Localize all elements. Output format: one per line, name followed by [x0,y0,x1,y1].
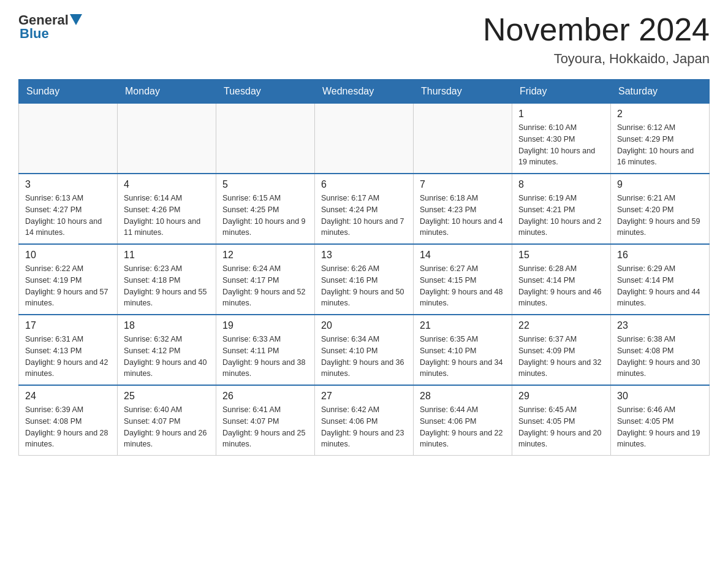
day-number: 27 [321,391,407,402]
day-number: 21 [420,320,506,331]
calendar-cell: 30Sunrise: 6:46 AM Sunset: 4:05 PM Dayli… [611,385,710,456]
day-number: 23 [617,320,703,331]
day-info: Sunrise: 6:34 AM Sunset: 4:10 PM Dayligh… [321,334,407,380]
day-info: Sunrise: 6:31 AM Sunset: 4:13 PM Dayligh… [25,334,111,380]
calendar-cell: 2Sunrise: 6:12 AM Sunset: 4:29 PM Daylig… [611,104,710,174]
day-info: Sunrise: 6:18 AM Sunset: 4:23 PM Dayligh… [420,193,506,239]
logo: General Blue [18,12,82,42]
calendar-cell [414,104,512,174]
day-number: 2 [617,109,703,120]
calendar-cell: 29Sunrise: 6:45 AM Sunset: 4:05 PM Dayli… [512,385,611,456]
calendar-cell: 5Sunrise: 6:15 AM Sunset: 4:25 PM Daylig… [216,174,315,244]
day-number: 12 [222,250,308,261]
calendar-cell: 25Sunrise: 6:40 AM Sunset: 4:07 PM Dayli… [118,385,216,456]
day-info: Sunrise: 6:12 AM Sunset: 4:29 PM Dayligh… [617,122,703,168]
calendar-week-row: 17Sunrise: 6:31 AM Sunset: 4:13 PM Dayli… [19,315,710,385]
day-number: 28 [420,391,506,402]
day-info: Sunrise: 6:46 AM Sunset: 4:05 PM Dayligh… [617,404,703,450]
weekday-header-sunday: Sunday [19,80,118,104]
calendar-week-row: 24Sunrise: 6:39 AM Sunset: 4:08 PM Dayli… [19,385,710,456]
day-number: 15 [518,250,604,261]
weekday-header-tuesday: Tuesday [216,80,315,104]
location-title: Toyoura, Hokkaido, Japan [483,51,710,67]
calendar-cell: 18Sunrise: 6:32 AM Sunset: 4:12 PM Dayli… [118,315,216,385]
calendar-cell: 26Sunrise: 6:41 AM Sunset: 4:07 PM Dayli… [216,385,315,456]
day-info: Sunrise: 6:45 AM Sunset: 4:05 PM Dayligh… [518,404,604,450]
day-number: 6 [321,179,407,190]
weekday-header-monday: Monday [118,80,216,104]
day-info: Sunrise: 6:26 AM Sunset: 4:16 PM Dayligh… [321,263,407,309]
day-info: Sunrise: 6:42 AM Sunset: 4:06 PM Dayligh… [321,404,407,450]
weekday-header-friday: Friday [512,80,611,104]
calendar-cell: 6Sunrise: 6:17 AM Sunset: 4:24 PM Daylig… [315,174,414,244]
day-number: 24 [25,391,111,402]
calendar-cell: 13Sunrise: 6:26 AM Sunset: 4:16 PM Dayli… [315,244,414,315]
day-number: 11 [124,250,210,261]
day-number: 20 [321,320,407,331]
day-number: 10 [25,250,111,261]
calendar-cell: 12Sunrise: 6:24 AM Sunset: 4:17 PM Dayli… [216,244,315,315]
day-info: Sunrise: 6:24 AM Sunset: 4:17 PM Dayligh… [222,263,308,309]
calendar-cell: 20Sunrise: 6:34 AM Sunset: 4:10 PM Dayli… [315,315,414,385]
day-info: Sunrise: 6:41 AM Sunset: 4:07 PM Dayligh… [222,404,308,450]
calendar-cell: 17Sunrise: 6:31 AM Sunset: 4:13 PM Dayli… [19,315,118,385]
day-info: Sunrise: 6:35 AM Sunset: 4:10 PM Dayligh… [420,334,506,380]
weekday-header-thursday: Thursday [414,80,512,104]
day-info: Sunrise: 6:33 AM Sunset: 4:11 PM Dayligh… [222,334,308,380]
day-number: 9 [617,179,703,190]
calendar-header-row: SundayMondayTuesdayWednesdayThursdayFrid… [19,80,710,104]
calendar-cell: 24Sunrise: 6:39 AM Sunset: 4:08 PM Dayli… [19,385,118,456]
logo-blue-text: Blue [20,26,49,42]
day-number: 26 [222,391,308,402]
calendar-cell [315,104,414,174]
day-number: 22 [518,320,604,331]
day-number: 3 [25,179,111,190]
day-info: Sunrise: 6:39 AM Sunset: 4:08 PM Dayligh… [25,404,111,450]
day-info: Sunrise: 6:32 AM Sunset: 4:12 PM Dayligh… [124,334,210,380]
page-header: General Blue November 2024 Toyoura, Hokk… [18,12,710,67]
day-info: Sunrise: 6:19 AM Sunset: 4:21 PM Dayligh… [518,193,604,239]
calendar-cell: 9Sunrise: 6:21 AM Sunset: 4:20 PM Daylig… [611,174,710,244]
calendar-cell [19,104,118,174]
day-info: Sunrise: 6:13 AM Sunset: 4:27 PM Dayligh… [25,193,111,239]
day-number: 5 [222,179,308,190]
calendar-cell: 21Sunrise: 6:35 AM Sunset: 4:10 PM Dayli… [414,315,512,385]
day-info: Sunrise: 6:14 AM Sunset: 4:26 PM Dayligh… [124,193,210,239]
calendar-cell: 15Sunrise: 6:28 AM Sunset: 4:14 PM Dayli… [512,244,611,315]
calendar-cell: 19Sunrise: 6:33 AM Sunset: 4:11 PM Dayli… [216,315,315,385]
day-info: Sunrise: 6:38 AM Sunset: 4:08 PM Dayligh… [617,334,703,380]
day-info: Sunrise: 6:15 AM Sunset: 4:25 PM Dayligh… [222,193,308,239]
day-info: Sunrise: 6:22 AM Sunset: 4:19 PM Dayligh… [25,263,111,309]
day-info: Sunrise: 6:44 AM Sunset: 4:06 PM Dayligh… [420,404,506,450]
day-info: Sunrise: 6:27 AM Sunset: 4:15 PM Dayligh… [420,263,506,309]
day-info: Sunrise: 6:28 AM Sunset: 4:14 PM Dayligh… [518,263,604,309]
day-number: 30 [617,391,703,402]
calendar-cell [118,104,216,174]
calendar-week-row: 3Sunrise: 6:13 AM Sunset: 4:27 PM Daylig… [19,174,710,244]
calendar-cell: 27Sunrise: 6:42 AM Sunset: 4:06 PM Dayli… [315,385,414,456]
day-number: 8 [518,179,604,190]
logo-triangle-icon [70,14,82,25]
calendar-cell: 8Sunrise: 6:19 AM Sunset: 4:21 PM Daylig… [512,174,611,244]
day-number: 25 [124,391,210,402]
day-number: 17 [25,320,111,331]
day-number: 18 [124,320,210,331]
day-number: 19 [222,320,308,331]
day-number: 1 [518,109,604,120]
calendar-cell: 16Sunrise: 6:29 AM Sunset: 4:14 PM Dayli… [611,244,710,315]
day-number: 13 [321,250,407,261]
day-info: Sunrise: 6:37 AM Sunset: 4:09 PM Dayligh… [518,334,604,380]
day-number: 14 [420,250,506,261]
calendar-cell: 1Sunrise: 6:10 AM Sunset: 4:30 PM Daylig… [512,104,611,174]
month-title: November 2024 [483,12,710,47]
day-info: Sunrise: 6:23 AM Sunset: 4:18 PM Dayligh… [124,263,210,309]
day-number: 29 [518,391,604,402]
calendar-cell: 7Sunrise: 6:18 AM Sunset: 4:23 PM Daylig… [414,174,512,244]
calendar-cell: 22Sunrise: 6:37 AM Sunset: 4:09 PM Dayli… [512,315,611,385]
day-info: Sunrise: 6:10 AM Sunset: 4:30 PM Dayligh… [518,122,604,168]
calendar-cell [216,104,315,174]
day-info: Sunrise: 6:21 AM Sunset: 4:20 PM Dayligh… [617,193,703,239]
calendar-cell: 3Sunrise: 6:13 AM Sunset: 4:27 PM Daylig… [19,174,118,244]
calendar-cell: 14Sunrise: 6:27 AM Sunset: 4:15 PM Dayli… [414,244,512,315]
day-info: Sunrise: 6:17 AM Sunset: 4:24 PM Dayligh… [321,193,407,239]
